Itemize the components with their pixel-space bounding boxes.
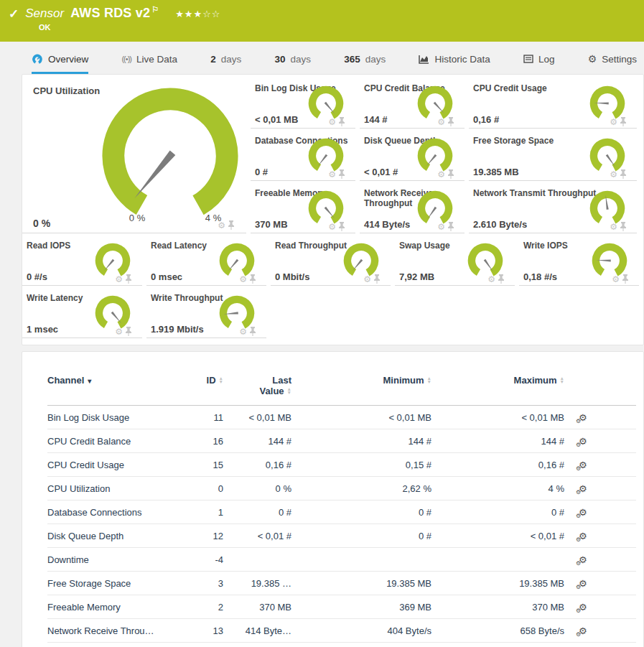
- pin-icon[interactable]: [338, 222, 345, 231]
- tab-settings[interactable]: ⚙ Settings: [588, 42, 637, 74]
- channel-settings-button[interactable]: ⚙⚙: [564, 501, 636, 524]
- col-header-minimum[interactable]: Minimum▲▼: [291, 372, 431, 406]
- channel-settings-button[interactable]: ⚙⚙: [564, 572, 636, 595]
- pin-icon[interactable]: [249, 274, 256, 284]
- gear-icon[interactable]: ⚙: [115, 327, 123, 336]
- channel-name[interactable]: Bin Log Disk Usage: [47, 406, 184, 429]
- gear-icon[interactable]: ⚙: [610, 118, 617, 126]
- gear-icon[interactable]: ⚙: [239, 327, 247, 336]
- gear-icon[interactable]: ⚙: [328, 170, 336, 179]
- tab-live-data-label: Live Data: [136, 54, 177, 65]
- settings-gear-icon: ⚙: [588, 53, 597, 65]
- gear-icon[interactable]: ⚙: [610, 223, 617, 231]
- gear-icon[interactable]: ⚙: [328, 223, 336, 231]
- gear-icon[interactable]: ⚙: [437, 223, 445, 231]
- channel-settings-button[interactable]: ⚙⚙: [564, 477, 636, 501]
- channel-id: 12: [184, 524, 223, 548]
- tab-365-days[interactable]: 365 days: [344, 42, 386, 74]
- tab-log[interactable]: Log: [523, 42, 555, 74]
- gear-icon[interactable]: ⚙: [115, 275, 123, 284]
- edit-channel-icon[interactable]: ⚙⚙: [579, 554, 587, 565]
- status-ok-check-icon: ✓: [9, 6, 19, 22]
- bottom-gauge-grid: Read IOPS 0 #/s ⚙ Read Latency 0 msec ⚙: [22, 238, 643, 338]
- pin-icon[interactable]: [620, 117, 627, 126]
- channel-table-row[interactable]: Free Storage Space 3 19.385 … 19.385 MB …: [47, 572, 636, 595]
- pin-icon[interactable]: [447, 117, 454, 126]
- pin-icon[interactable]: [622, 274, 629, 284]
- gauges-panel: CPU Utilization 0 % 4 % 0 % ⚙ Bin Log Di…: [22, 74, 644, 345]
- channel-name[interactable]: Free Storage Space: [47, 572, 184, 595]
- pin-icon[interactable]: [498, 274, 505, 284]
- channel-settings-button[interactable]: ⚙⚙: [564, 429, 636, 453]
- channel-name[interactable]: Downtime: [47, 548, 184, 572]
- gear-icon[interactable]: ⚙: [363, 275, 371, 284]
- pin-icon[interactable]: [620, 222, 627, 231]
- channel-name[interactable]: CPU Utilization: [47, 477, 184, 501]
- gear-icon[interactable]: ⚙: [612, 275, 620, 284]
- channel-table-row[interactable]: Bin Log Disk Usage 11 < 0,01 MB < 0,01 M…: [47, 406, 636, 429]
- edit-channel-icon[interactable]: ⚙⚙: [579, 483, 587, 494]
- channel-name[interactable]: CPU Credit Balance: [47, 429, 184, 453]
- pin-icon[interactable]: [620, 169, 627, 179]
- channel-id: 2: [184, 595, 223, 619]
- channel-table-row[interactable]: Database Connections 1 0 # 0 # 0 # ⚙⚙: [47, 501, 636, 524]
- pin-icon[interactable]: [249, 327, 256, 336]
- pin-icon[interactable]: [125, 274, 132, 284]
- edit-channel-icon[interactable]: ⚙⚙: [579, 531, 587, 541]
- channel-settings-button[interactable]: ⚙⚙: [564, 406, 636, 429]
- pin-icon[interactable]: [373, 274, 381, 284]
- edit-channel-icon[interactable]: ⚙⚙: [579, 460, 587, 470]
- col-header-id[interactable]: ID▲▼: [184, 372, 223, 406]
- channel-settings-button[interactable]: ⚙⚙: [564, 453, 636, 477]
- edit-channel-icon[interactable]: ⚙⚙: [579, 578, 587, 589]
- pin-icon[interactable]: [338, 117, 345, 126]
- channel-settings-button[interactable]: ⚙⚙: [564, 595, 636, 619]
- edit-channel-icon[interactable]: ⚙⚙: [579, 507, 587, 518]
- pin-icon[interactable]: [338, 169, 345, 179]
- edit-channel-icon[interactable]: ⚙⚙: [579, 436, 587, 447]
- flag-icon[interactable]: ⚐: [151, 5, 159, 14]
- pin-icon[interactable]: [125, 327, 132, 336]
- priority-stars[interactable]: ★★★☆☆: [175, 9, 220, 19]
- pin-icon[interactable]: [228, 220, 235, 230]
- edit-channel-icon[interactable]: ⚙⚙: [579, 625, 587, 636]
- channel-table-row[interactable]: Freeable Memory 2 370 MB 369 MB 370 MB ⚙…: [47, 595, 636, 619]
- tab-live-data[interactable]: ((•)) Live Data: [121, 42, 177, 74]
- channel-table-row[interactable]: CPU Credit Usage 15 0,16 # 0,15 # 0,16 #…: [47, 453, 636, 477]
- gear-icon[interactable]: ⚙: [437, 118, 445, 126]
- pin-icon[interactable]: [447, 222, 454, 231]
- channel-table-row[interactable]: Disk Queue Depth 12 < 0,01 # 0 # < 0,01 …: [47, 524, 636, 548]
- cpu-utilization-dial: [98, 84, 242, 228]
- edit-channel-icon[interactable]: ⚙⚙: [579, 602, 587, 613]
- channel-table-row[interactable]: CPU Utilization 0 0 % 2,62 % 4 % ⚙⚙: [47, 477, 636, 501]
- channel-name[interactable]: Freeable Memory: [47, 595, 184, 619]
- edit-channel-icon[interactable]: ⚙⚙: [579, 412, 587, 423]
- gear-icon[interactable]: ⚙: [218, 221, 225, 230]
- col-header-channel[interactable]: Channel▾: [47, 372, 184, 406]
- gear-icon[interactable]: ⚙: [437, 170, 445, 179]
- channel-name[interactable]: Database Connections: [47, 501, 184, 524]
- channel-settings-button[interactable]: ⚙⚙: [564, 524, 636, 548]
- gear-icon[interactable]: ⚙: [239, 275, 247, 284]
- channel-settings-button[interactable]: ⚙⚙: [564, 548, 636, 572]
- channel-table-row[interactable]: Network Receive Throu… 13 414 Byte… 404 …: [47, 619, 636, 643]
- channel-table-row[interactable]: CPU Credit Balance 16 144 # 144 # 144 # …: [47, 429, 636, 453]
- gauge-value: 0 #/s: [27, 271, 47, 282]
- gear-icon[interactable]: ⚙: [610, 170, 617, 179]
- pin-icon[interactable]: [447, 169, 454, 179]
- sensor-title: AWS RDS v2⚐: [70, 5, 159, 21]
- channel-name[interactable]: Network Receive Throu…: [47, 619, 184, 643]
- col-header-maximum[interactable]: Maximum▲▼: [431, 372, 564, 406]
- tab-overview[interactable]: Overview: [32, 42, 88, 74]
- tab-historic-data[interactable]: Historic Data: [419, 42, 490, 74]
- gear-icon[interactable]: ⚙: [328, 118, 336, 126]
- tab-log-label: Log: [538, 54, 555, 65]
- channel-settings-button[interactable]: ⚙⚙: [564, 619, 636, 643]
- tab-30-days[interactable]: 30 days: [274, 42, 311, 74]
- channel-name[interactable]: CPU Credit Usage: [47, 453, 184, 477]
- channel-name[interactable]: Disk Queue Depth: [47, 524, 184, 548]
- channel-table-row[interactable]: Downtime -4 ⚙⚙: [47, 548, 636, 572]
- gear-icon[interactable]: ⚙: [487, 275, 495, 284]
- col-header-last-value[interactable]: LastValue▲▼: [223, 372, 291, 406]
- tab-2-days[interactable]: 2 days: [210, 42, 241, 74]
